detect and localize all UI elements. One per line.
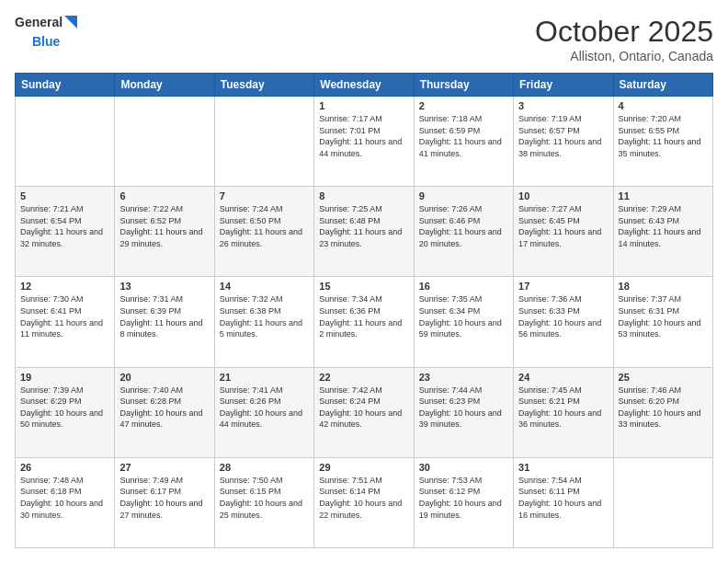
day-number: 4 [619,100,708,111]
day-info: Sunrise: 7:41 AM Sunset: 6:26 PM Dayligh… [220,385,309,431]
day-info: Sunrise: 7:20 AM Sunset: 6:55 PM Dayligh… [619,113,708,159]
calendar-cell: 22Sunrise: 7:42 AM Sunset: 6:24 PM Dayli… [314,367,414,457]
day-info: Sunrise: 7:48 AM Sunset: 6:18 PM Dayligh… [20,475,109,521]
calendar-cell: 6Sunrise: 7:22 AM Sunset: 6:52 PM Daylig… [115,187,214,277]
day-info: Sunrise: 7:21 AM Sunset: 6:54 PM Dayligh… [20,203,109,249]
calendar-cell: 8Sunrise: 7:25 AM Sunset: 6:48 PM Daylig… [314,187,414,277]
day-number: 27 [119,462,209,473]
day-info: Sunrise: 7:40 AM Sunset: 6:28 PM Dayligh… [119,385,209,431]
calendar-cell: 24Sunrise: 7:45 AM Sunset: 6:21 PM Dayli… [514,367,613,457]
day-number: 5 [20,190,109,201]
calendar-cell: 13Sunrise: 7:31 AM Sunset: 6:39 PM Dayli… [115,277,214,367]
day-number: 3 [518,100,608,111]
calendar-cell [115,97,214,187]
page: GeneralBlue October 2025 Alliston, Ontar… [0,0,728,563]
calendar-table: Sunday Monday Tuesday Wednesday Thursday… [15,73,713,548]
day-number: 16 [419,281,508,292]
calendar-cell: 29Sunrise: 7:51 AM Sunset: 6:14 PM Dayli… [314,457,414,547]
calendar-cell: 26Sunrise: 7:48 AM Sunset: 6:18 PM Dayli… [16,457,115,547]
day-number: 22 [319,372,408,383]
calendar-cell: 20Sunrise: 7:40 AM Sunset: 6:28 PM Dayli… [115,367,214,457]
day-info: Sunrise: 7:24 AM Sunset: 6:50 PM Dayligh… [220,203,309,249]
day-info: Sunrise: 7:32 AM Sunset: 6:38 PM Dayligh… [220,293,309,339]
calendar-cell: 12Sunrise: 7:30 AM Sunset: 6:41 PM Dayli… [16,277,115,367]
calendar-cell: 27Sunrise: 7:49 AM Sunset: 6:17 PM Dayli… [115,457,214,547]
calendar-cell: 9Sunrise: 7:26 AM Sunset: 6:46 PM Daylig… [414,187,513,277]
calendar-week-1: 5Sunrise: 7:21 AM Sunset: 6:54 PM Daylig… [16,187,713,277]
calendar-cell [613,457,712,547]
day-number: 18 [619,281,708,292]
calendar-cell: 30Sunrise: 7:53 AM Sunset: 6:12 PM Dayli… [414,457,513,547]
day-info: Sunrise: 7:49 AM Sunset: 6:17 PM Dayligh… [119,475,209,521]
calendar-cell: 19Sunrise: 7:39 AM Sunset: 6:29 PM Dayli… [16,367,115,457]
calendar-cell: 31Sunrise: 7:54 AM Sunset: 6:11 PM Dayli… [514,457,613,547]
calendar-cell [214,97,313,187]
day-number: 1 [319,100,408,111]
day-number: 26 [20,462,109,473]
day-info: Sunrise: 7:30 AM Sunset: 6:41 PM Dayligh… [20,293,109,339]
title-block: October 2025 Alliston, Ontario, Canada [535,15,713,63]
day-info: Sunrise: 7:54 AM Sunset: 6:11 PM Dayligh… [518,475,608,521]
day-number: 25 [619,372,708,383]
calendar-cell: 16Sunrise: 7:35 AM Sunset: 6:34 PM Dayli… [414,277,513,367]
day-info: Sunrise: 7:18 AM Sunset: 6:59 PM Dayligh… [419,113,508,159]
day-info: Sunrise: 7:34 AM Sunset: 6:36 PM Dayligh… [319,293,408,339]
svg-marker-0 [64,16,77,29]
calendar-subtitle: Alliston, Ontario, Canada [535,49,713,63]
day-info: Sunrise: 7:36 AM Sunset: 6:33 PM Dayligh… [518,293,608,339]
calendar-cell: 17Sunrise: 7:36 AM Sunset: 6:33 PM Dayli… [514,277,613,367]
day-number: 13 [119,281,209,292]
calendar-cell: 18Sunrise: 7:37 AM Sunset: 6:31 PM Dayli… [613,277,712,367]
day-info: Sunrise: 7:37 AM Sunset: 6:31 PM Dayligh… [619,293,708,339]
calendar-cell [16,97,115,187]
day-info: Sunrise: 7:31 AM Sunset: 6:39 PM Dayligh… [119,293,209,339]
logo-line2: Blue [32,34,60,50]
col-sunday: Sunday [16,74,115,97]
day-info: Sunrise: 7:45 AM Sunset: 6:21 PM Dayligh… [518,385,608,431]
day-number: 19 [20,372,109,383]
calendar-cell: 25Sunrise: 7:46 AM Sunset: 6:20 PM Dayli… [613,367,712,457]
day-info: Sunrise: 7:44 AM Sunset: 6:23 PM Dayligh… [419,385,508,431]
col-tuesday: Tuesday [214,74,313,97]
col-friday: Friday [514,74,613,97]
col-monday: Monday [115,74,214,97]
day-number: 11 [619,190,708,201]
header-row: Sunday Monday Tuesday Wednesday Thursday… [16,74,713,97]
calendar-cell: 5Sunrise: 7:21 AM Sunset: 6:54 PM Daylig… [16,187,115,277]
day-info: Sunrise: 7:46 AM Sunset: 6:20 PM Dayligh… [619,385,708,431]
calendar-title: October 2025 [535,15,713,49]
col-saturday: Saturday [613,74,712,97]
day-number: 20 [119,372,209,383]
day-info: Sunrise: 7:51 AM Sunset: 6:14 PM Dayligh… [319,475,408,521]
day-number: 21 [220,372,309,383]
day-number: 24 [518,372,608,383]
day-info: Sunrise: 7:25 AM Sunset: 6:48 PM Dayligh… [319,203,408,249]
day-number: 6 [119,190,209,201]
header: GeneralBlue October 2025 Alliston, Ontar… [15,15,713,63]
calendar-cell: 2Sunrise: 7:18 AM Sunset: 6:59 PM Daylig… [414,97,513,187]
calendar-week-3: 19Sunrise: 7:39 AM Sunset: 6:29 PM Dayli… [16,367,713,457]
day-info: Sunrise: 7:42 AM Sunset: 6:24 PM Dayligh… [319,385,408,431]
day-info: Sunrise: 7:17 AM Sunset: 7:01 PM Dayligh… [319,113,408,159]
col-thursday: Thursday [414,74,513,97]
day-number: 2 [419,100,508,111]
day-number: 12 [20,281,109,292]
day-number: 14 [220,281,309,292]
logo: GeneralBlue [15,15,77,50]
day-info: Sunrise: 7:22 AM Sunset: 6:52 PM Dayligh… [119,203,209,249]
day-number: 28 [220,462,309,473]
day-info: Sunrise: 7:19 AM Sunset: 6:57 PM Dayligh… [518,113,608,159]
calendar-week-2: 12Sunrise: 7:30 AM Sunset: 6:41 PM Dayli… [16,277,713,367]
day-info: Sunrise: 7:53 AM Sunset: 6:12 PM Dayligh… [419,475,508,521]
day-info: Sunrise: 7:35 AM Sunset: 6:34 PM Dayligh… [419,293,508,339]
day-info: Sunrise: 7:26 AM Sunset: 6:46 PM Dayligh… [419,203,508,249]
day-number: 9 [419,190,508,201]
day-number: 29 [319,462,408,473]
calendar-cell: 11Sunrise: 7:29 AM Sunset: 6:43 PM Dayli… [613,187,712,277]
day-number: 31 [518,462,608,473]
day-number: 10 [518,190,608,201]
calendar-week-4: 26Sunrise: 7:48 AM Sunset: 6:18 PM Dayli… [16,457,713,547]
calendar-cell: 15Sunrise: 7:34 AM Sunset: 6:36 PM Dayli… [314,277,414,367]
logo-line1: General [15,15,77,30]
calendar-cell: 21Sunrise: 7:41 AM Sunset: 6:26 PM Dayli… [214,367,313,457]
